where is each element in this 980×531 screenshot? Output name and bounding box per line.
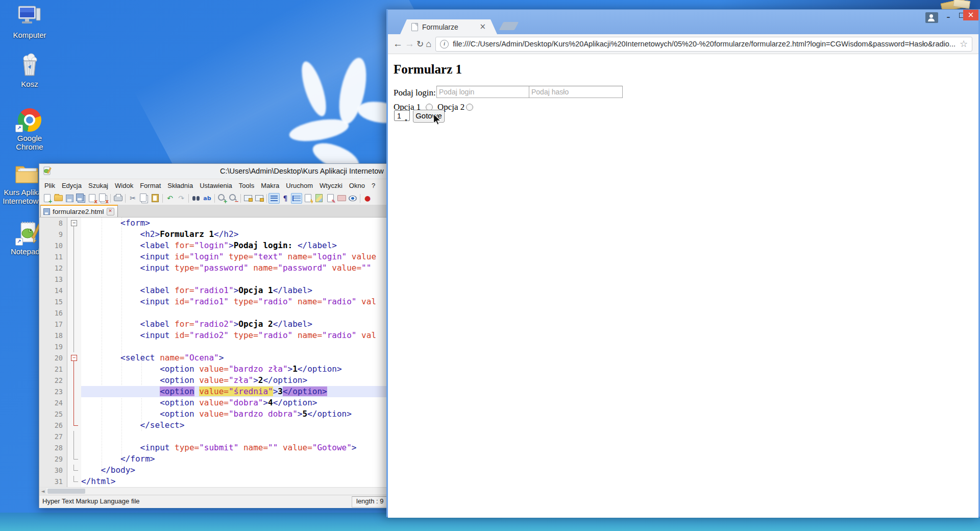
editor-tab-formularze2[interactable]: formularze2.html ✕ [40, 205, 118, 217]
menu-tools[interactable]: Tools [236, 180, 257, 191]
fold-marker[interactable] [67, 330, 81, 341]
line-number: 19 [39, 341, 67, 352]
open-file-button[interactable] [53, 193, 64, 204]
radio2-button[interactable] [466, 104, 473, 111]
minimize-button[interactable]: – [942, 10, 955, 20]
fold-marker[interactable] [67, 476, 81, 487]
menu-szukaj[interactable]: Szukaj [85, 180, 111, 191]
browser-tab-formularze[interactable]: Formularze × [400, 19, 497, 34]
fold-marker[interactable] [67, 262, 81, 274]
replace-button[interactable]: ab [202, 193, 213, 204]
menu-format[interactable]: Format [137, 180, 164, 191]
menu-makra[interactable]: Makra [258, 180, 282, 191]
fold-marker[interactable]: − [67, 218, 81, 229]
fold-marker[interactable] [67, 453, 81, 465]
fold-marker[interactable] [67, 397, 81, 408]
fold-marker[interactable]: − [67, 352, 81, 364]
fold-marker[interactable] [67, 240, 81, 251]
menu-ustawienia[interactable]: Ustawienia [197, 180, 235, 191]
save-file-button[interactable] [64, 193, 75, 204]
line-number: 18 [39, 330, 67, 341]
profile-button[interactable] [925, 12, 938, 23]
fold-marker[interactable] [67, 229, 81, 240]
login-input[interactable] [436, 86, 530, 98]
copy-icon [140, 194, 146, 202]
scrollbar-thumb[interactable] [47, 489, 85, 494]
copy-button[interactable] [138, 193, 150, 204]
fold-marker[interactable] [67, 375, 81, 386]
fold-marker[interactable] [67, 386, 81, 397]
print-button[interactable] [112, 193, 124, 204]
menu-okno[interactable]: Okno [346, 180, 368, 191]
doc-map-button[interactable] [313, 193, 325, 204]
sync-scroll-h-icon [255, 195, 263, 201]
ocena-select[interactable]: 1 ▼ [394, 110, 410, 121]
fold-marker[interactable] [67, 442, 81, 453]
folder-as-workspace-button[interactable] [336, 193, 347, 204]
tab-close-icon[interactable]: × [479, 23, 486, 31]
scroll-left-arrow[interactable]: ◄ [39, 488, 46, 494]
doc-switcher-button[interactable]: ✎ [325, 193, 336, 204]
back-button[interactable]: ← [393, 38, 403, 50]
fold-marker[interactable] [67, 296, 81, 307]
fold-marker[interactable] [67, 307, 81, 319]
function-list-button[interactable]: ϟ [302, 193, 313, 204]
bookmark-star-icon[interactable]: ☆ [960, 38, 968, 50]
word-wrap-button[interactable] [268, 193, 280, 204]
new-file-button[interactable]: + [41, 193, 53, 204]
password-input[interactable] [529, 86, 623, 98]
fold-marker[interactable] [67, 420, 81, 431]
new-tab-button[interactable] [499, 22, 519, 30]
desktop-icon-chrome[interactable]: ↗Google Chrome [4, 106, 55, 151]
toolbar-separator [110, 194, 111, 203]
fold-marker[interactable] [67, 285, 81, 296]
menu-uruchom[interactable]: Uruchom [283, 180, 316, 191]
fold-marker[interactable] [67, 319, 81, 330]
redo-button[interactable]: ↷ [176, 193, 187, 204]
close-file-button[interactable]: x [86, 193, 97, 204]
fold-marker[interactable] [67, 408, 81, 420]
url-text[interactable]: file:///C:/Users/Admin/Desktop/Kurs%20Ap… [453, 40, 955, 48]
fold-marker[interactable] [67, 341, 81, 352]
zoom-out-button[interactable]: − [228, 193, 239, 204]
paste-button[interactable] [150, 193, 161, 204]
fold-marker[interactable] [67, 364, 81, 375]
home-button[interactable]: ⌂ [426, 39, 431, 50]
forward-button[interactable]: → [405, 38, 414, 50]
macro-record-button[interactable]: ● [362, 193, 373, 204]
shortcut-arrow-icon: ↗ [15, 125, 23, 132]
undo-button[interactable]: ↶ [164, 193, 176, 204]
sync-scroll-h-button[interactable] [254, 193, 265, 204]
chrome-toolbar: ← → ↻ ⌂ i file:///C:/Users/Admin/Desktop… [388, 34, 978, 54]
zoom-in-button[interactable]: + [216, 193, 228, 204]
close-all-button[interactable]: x [97, 193, 109, 204]
save-all-button[interactable] [75, 193, 86, 204]
fold-marker[interactable] [67, 274, 81, 285]
menu-?[interactable]: ? [369, 180, 378, 191]
sync-scroll-v-button[interactable] [242, 193, 254, 204]
paste-icon [152, 194, 159, 202]
fold-marker[interactable] [67, 431, 81, 442]
fold-marker[interactable] [67, 251, 81, 262]
menu-plik[interactable]: Plik [41, 180, 58, 191]
monitoring-button[interactable] [347, 193, 358, 204]
indent-guide-button[interactable] [291, 193, 302, 204]
toolbar-separator [162, 194, 163, 203]
page-info-icon[interactable]: i [440, 40, 449, 49]
menu-widok[interactable]: Widok [112, 180, 136, 191]
menu-wtyczki[interactable]: Wtyczki [316, 180, 346, 191]
fold-marker[interactable] [67, 465, 81, 476]
menu-skadnia[interactable]: Składnia [164, 180, 196, 191]
reload-button[interactable]: ↻ [416, 39, 424, 50]
close-button[interactable]: × [963, 10, 978, 20]
desktop-icon-partial[interactable] [938, 0, 974, 9]
menu-edycja[interactable]: Edycja [59, 180, 85, 191]
address-bar[interactable]: i file:///C:/Users/Admin/Desktop/Kurs%20… [435, 37, 972, 52]
cut-button[interactable]: ✂ [127, 193, 138, 204]
desktop-icon-komputer[interactable]: Komputer [4, 3, 55, 39]
desktop-icon-kosz[interactable]: Kosz [4, 52, 55, 88]
page-heading: Formularz 1 [394, 62, 462, 77]
show-all-chars-button[interactable]: ¶ [280, 193, 291, 204]
find-button[interactable] [190, 193, 202, 204]
tab-close-icon[interactable]: ✕ [107, 208, 114, 215]
